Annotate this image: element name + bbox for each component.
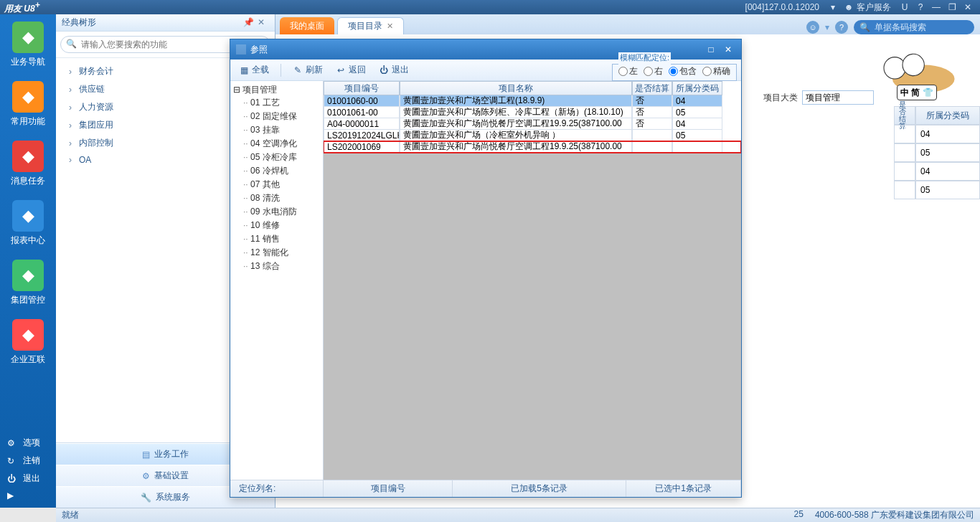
tab-close-icon[interactable]: ✕ <box>387 22 393 31</box>
dropdown-icon[interactable]: ▾ <box>827 1 839 13</box>
barcode-search[interactable]: 🔍 单据条码搜索 <box>854 20 974 34</box>
support-icon[interactable]: ☻ <box>843 1 854 13</box>
main-tab-0[interactable]: 我的桌面 <box>280 17 334 34</box>
match-radio-3[interactable]: 精确 <box>702 65 730 77</box>
grid-cell: 黄圃壹加壹兴和广场尚悦餐厅空调工程19.9.25(387100.00 <box>400 118 632 130</box>
dialog-close-icon[interactable]: ✕ <box>721 44 735 55</box>
rail-item-4[interactable]: ◆集团管控 <box>6 260 50 306</box>
status-text: 就绪 <box>62 509 79 521</box>
main-tab-1[interactable]: 项目目录✕ <box>337 17 404 34</box>
grid-header-3[interactable]: 所属分类码 <box>672 81 722 95</box>
grid-row[interactable]: 01001061-00黄圃壹加壹兴和广场陈列柜、冷库工程（新场）(18.10.1… <box>324 107 741 118</box>
bg-cell-code: 04 <box>915 162 980 181</box>
status-number: 25 <box>794 509 804 521</box>
grid-row[interactable]: A04-0000011黄圃壹加壹兴和广场尚悦餐厅空调工程19.9.25(3871… <box>324 118 741 130</box>
chevron-right-icon: › <box>69 120 76 130</box>
sidebar-tab-icon: ▤ <box>142 450 150 460</box>
rail-item-3[interactable]: ◆报表中心 <box>6 200 50 247</box>
bg-cell-settle <box>894 181 915 199</box>
modal-tree-node-01[interactable]: ·· 01 工艺 <box>233 96 320 110</box>
rail-bottom-0[interactable]: ⚙选项 <box>0 434 56 452</box>
sidebar-close-icon[interactable]: ✕ <box>258 17 269 29</box>
modal-tree-node-03[interactable]: ·· 03 挂靠 <box>233 123 320 137</box>
exit-button[interactable]: ⏻退出 <box>374 62 413 77</box>
rail-icon: ◆ <box>12 200 44 232</box>
project-class-field: 项目大类 <box>763 90 874 105</box>
grid-cell: LS202001069 <box>324 141 400 153</box>
search-icon: 🔍 <box>859 22 870 32</box>
grid-row[interactable]: 01001060-00黄圃壹加壹兴和广场空调工程(18.9.9)否04 <box>324 95 741 107</box>
modal-tree-node-09[interactable]: ·· 09 水电消防 <box>233 205 320 219</box>
grid-cell: 否 <box>632 107 672 118</box>
tree-root[interactable]: ⊟ 项目管理 <box>233 84 320 96</box>
smiley-icon[interactable]: ☺ <box>806 21 819 34</box>
modal-tree-node-04[interactable]: ·· 04 空调净化 <box>233 137 320 151</box>
refresh-button[interactable]: ✎刷新 <box>288 62 327 77</box>
app-statusbar: 就绪 25 4006-600-588 广东爱科建设集团有限公司 <box>56 508 980 522</box>
modal-tree-node-10[interactable]: ·· 10 维修 <box>233 219 320 232</box>
sidebar-tab-icon: 🔧 <box>141 493 151 503</box>
grid-cell <box>672 141 722 153</box>
project-class-input[interactable] <box>802 90 874 105</box>
rail-icon: ◆ <box>12 22 44 53</box>
hotline: 4006-600-588 广东爱科建设集团有限公司 <box>815 509 974 521</box>
window-icon <box>236 44 246 54</box>
dialog-toolbar: ▦全载 ✎刷新 ↩返回 ⏻退出 模糊匹配定位: 左右包含精确 <box>230 60 741 81</box>
title-bar: 用友 U8+ [004]127.0.0.12020 ▾ ☻ 客户服务 U ? —… <box>0 0 980 14</box>
grid-header-1[interactable]: 项目名称 <box>400 81 632 95</box>
tab-strip: 我的桌面项目目录✕ ☺ ▾ ? 🔍 单据条码搜索 <box>275 14 980 34</box>
chevron-right-icon: › <box>69 155 76 165</box>
grid-cell: 05 <box>672 107 722 118</box>
customer-service-label[interactable]: 客户服务 <box>857 1 891 14</box>
dialog-maximize-icon[interactable]: □ <box>704 44 718 55</box>
grid-cell: 黄圃壹加壹兴和广场尚悦餐厅空调工程19.9.25(387100.00 <box>400 141 632 153</box>
chevron-right-icon: › <box>69 85 76 95</box>
modal-tree-node-05[interactable]: ·· 05 冷柜冷库 <box>233 151 320 164</box>
selected-count: 已选中1条记录 <box>626 480 741 497</box>
match-radio-2[interactable]: 包含 <box>669 65 697 77</box>
chevron-down-icon[interactable]: ▾ <box>825 22 829 32</box>
rail-label: 业务导航 <box>6 56 50 68</box>
fuzzy-match-group: 模糊匹配定位: 左右包含精确 <box>612 59 737 81</box>
grid-header-0[interactable]: 项目编号 <box>324 81 400 95</box>
help-icon[interactable]: ? <box>915 1 926 13</box>
modal-tree-node-08[interactable]: ·· 08 清洗 <box>233 191 320 205</box>
grid-cell <box>632 141 672 153</box>
modal-tree-node-06[interactable]: ·· 06 冷焊机 <box>233 164 320 178</box>
rail-item-5[interactable]: ◆企业互联 <box>6 319 50 366</box>
grid-header-2[interactable]: 是否结算 <box>632 81 672 95</box>
rail-icon: ◆ <box>12 81 44 113</box>
modal-tree-node-12[interactable]: ·· 12 智能化 <box>233 246 320 260</box>
rail-item-2[interactable]: ◆消息任务 <box>6 141 50 187</box>
grid-cell: 否 <box>632 95 672 107</box>
grid-row[interactable]: LS201912024LGLK黄圃壹加壹兴和广场（冷柜室外机异响 ）05 <box>324 130 741 141</box>
rail-item-1[interactable]: ◆常用功能 <box>6 81 50 128</box>
grid-row[interactable]: LS202001069黄圃壹加壹兴和广场尚悦餐厅空调工程19.9.25(3871… <box>324 141 741 153</box>
chevron-right-icon: › <box>69 67 76 77</box>
rail-label: 报表中心 <box>6 234 50 247</box>
match-radio-0[interactable]: 左 <box>618 65 638 77</box>
lang-tag[interactable]: 中 简 👕 <box>897 85 937 100</box>
modal-tree-node-02[interactable]: ·· 02 固定维保 <box>233 110 320 123</box>
grid-cell: 04 <box>672 118 722 130</box>
svg-point-2 <box>903 54 924 75</box>
rail-bottom-1[interactable]: ↻注销 <box>0 452 56 470</box>
rail-item-0[interactable]: ◆业务导航 <box>6 22 50 68</box>
bg-th-settle: 是否结算 <box>894 106 915 125</box>
back-button[interactable]: ↩返回 <box>331 62 370 77</box>
minimize-icon[interactable]: — <box>930 1 942 13</box>
load-all-button[interactable]: ▦全载 <box>235 62 273 77</box>
modal-tree-node-07[interactable]: ·· 07 其他 <box>233 178 320 191</box>
pin-icon[interactable]: 📌 <box>243 17 255 29</box>
rail-collapse-icon[interactable]: ▶ <box>0 488 56 503</box>
modal-tree-node-11[interactable]: ·· 11 销售 <box>233 232 320 246</box>
rail-bottom-2[interactable]: ⏻退出 <box>0 470 56 488</box>
restore-icon[interactable]: ❐ <box>946 1 958 13</box>
grid-icon: ▦ <box>239 65 249 75</box>
u-menu-icon[interactable]: U <box>899 1 910 13</box>
match-radio-1[interactable]: 右 <box>644 65 663 77</box>
modal-tree-node-13[interactable]: ·· 13 综合 <box>233 260 320 273</box>
grid-cell: 否 <box>632 118 672 130</box>
close-icon[interactable]: ✕ <box>962 1 974 13</box>
help-icon[interactable]: ? <box>835 21 848 34</box>
